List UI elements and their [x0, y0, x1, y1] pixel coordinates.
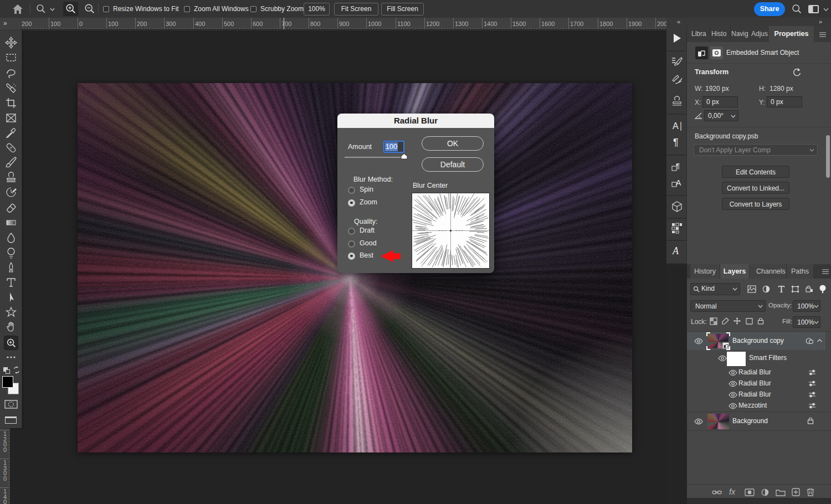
svg-text:A: A [676, 178, 681, 187]
svg-text:A: A [672, 245, 679, 256]
svg-text:A: A [673, 121, 679, 131]
svg-text:¶: ¶ [673, 137, 679, 148]
svg-text:¶: ¶ [676, 162, 680, 170]
